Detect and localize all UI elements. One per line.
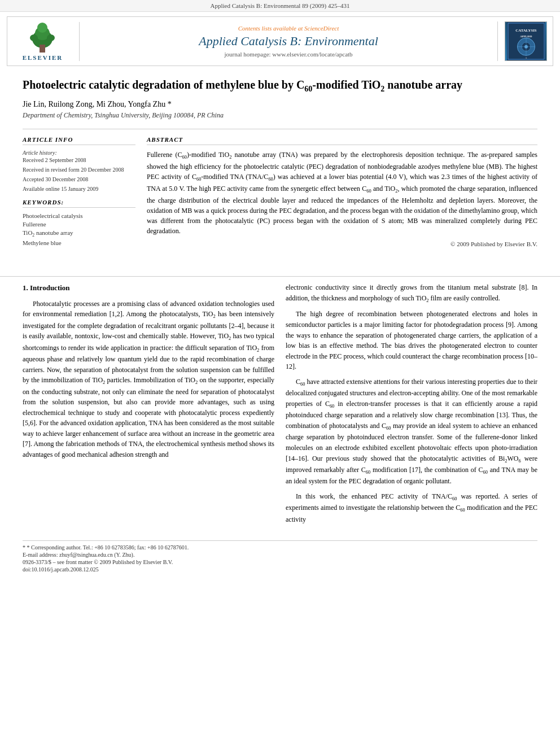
corresponding-text: * Corresponding author. Tel.: +86 10 627… — [27, 544, 189, 551]
history-label: Article history: — [23, 150, 135, 156]
keyword-4: Methylene blue — [23, 239, 135, 246]
svg-text:APPLIED: APPLIED — [520, 35, 532, 38]
sciencedirect-name: ScienceDirect — [304, 25, 339, 32]
contents-label: Contents lists available at — [238, 25, 303, 32]
right-para2: The high degree of recombination between… — [286, 309, 537, 372]
elsevier-logo: ELSEVIER — [23, 22, 63, 61]
revised-date: Received in revised form 20 December 200… — [23, 167, 135, 173]
sciencedirect-link: Contents lists available at ScienceDirec… — [85, 25, 492, 32]
article-title: Photoelectric catalytic degradation of m… — [23, 77, 537, 94]
svg-point-3 — [37, 23, 47, 33]
article-info-section: Article Info Article history: Received 2… — [23, 136, 135, 248]
keyword-3: TiO2 nanotube array — [23, 229, 135, 238]
affiliation: Department of Chemistry, Tsinghua Univer… — [23, 111, 537, 120]
journal-title: Applied Catalysis B: Environmental — [85, 34, 492, 49]
body-divider — [0, 276, 560, 277]
abstract-section: Abstract Fullerene (C60)-modified TiO2 n… — [147, 136, 537, 248]
article-content: Photoelectric catalytic degradation of m… — [0, 77, 560, 270]
email-value: zhuyf@tsinghua.edu.cn (Y. Zhu). — [59, 552, 134, 558]
corresponding-symbol: * — [23, 544, 25, 551]
catalysis-logo: CATALYSIS APPLIED A — [505, 21, 547, 61]
article-info-heading: Article Info — [23, 136, 135, 145]
issn-line: 0926-3373/$ – see front matter © 2009 Pu… — [23, 559, 537, 565]
journal-homepage: journal homepage: www.elsevier.com/locat… — [85, 51, 492, 58]
keyword-1: Photoelectrical catalysis — [23, 212, 135, 219]
email-line: E-mail address: zhuyf@tsinghua.edu.cn (Y… — [23, 552, 537, 558]
intro-heading: 1. Introduction — [23, 282, 274, 294]
journal-header-center: Contents lists available at ScienceDirec… — [85, 25, 492, 58]
right-column: electronic conductivity since it directl… — [286, 282, 537, 529]
keyword-2: Fullerene — [23, 221, 135, 228]
journal-header: ELSEVIER Contents lists available at Sci… — [7, 16, 553, 66]
accepted-date: Accepted 30 December 2008 — [23, 176, 135, 182]
svg-text:CATALYSIS: CATALYSIS — [515, 28, 536, 32]
left-column: 1. Introduction Photocatalytic processes… — [23, 282, 274, 529]
page-wrapper: Applied Catalysis B: Environmental 89 (2… — [0, 0, 560, 573]
svg-rect-6 — [40, 45, 45, 53]
email-label: E-mail address: — [23, 552, 58, 558]
catalysis-icon: CATALYSIS APPLIED A — [506, 22, 546, 60]
keywords-heading: Keywords: — [23, 199, 135, 208]
keywords-section: Keywords: Photoelectrical catalysis Full… — [23, 199, 135, 246]
article-info-abstract: Article Info Article history: Received 2… — [23, 129, 537, 248]
right-para3: C60 have attracted extensive attentions … — [286, 377, 537, 487]
svg-point-4 — [30, 34, 38, 41]
footer: * * Corresponding author. Tel.: +86 10 6… — [23, 540, 537, 573]
svg-point-5 — [47, 34, 55, 41]
online-date: Available online 15 January 2009 — [23, 186, 135, 192]
authors: Jie Lin, Ruilong Zong, Mi Zhou, Yongfa Z… — [23, 100, 537, 109]
abstract-text: Fullerene (C60)-modified TiO2 nanotube a… — [147, 150, 537, 236]
citation-text: Applied Catalysis B: Environmental 89 (2… — [211, 2, 350, 9]
svg-text:A: A — [525, 57, 527, 59]
catalysis-logo-section: CATALYSIS APPLIED A — [497, 21, 548, 61]
copyright: © 2009 Published by Elsevier B.V. — [147, 241, 537, 247]
elsevier-logo-section: ELSEVIER — [12, 22, 80, 61]
right-para1: electronic conductivity since it directl… — [286, 282, 537, 304]
elsevier-tree-icon — [23, 22, 62, 53]
right-para4: In this work, the enhanced PEC activity … — [286, 491, 537, 525]
received-date: Received 2 September 2008 — [23, 157, 135, 163]
intro-para1: Photocatalytic processes are a promising… — [23, 299, 274, 460]
journal-citation: Applied Catalysis B: Environmental 89 (2… — [0, 0, 560, 12]
corresponding-author: * * Corresponding author. Tel.: +86 10 6… — [23, 544, 537, 551]
abstract-heading: Abstract — [147, 136, 537, 145]
elsevier-text: ELSEVIER — [23, 54, 63, 61]
doi-line: doi:10.1016/j.apcatb.2008.12.025 — [23, 566, 537, 573]
body-columns: 1. Introduction Photocatalytic processes… — [0, 282, 560, 529]
